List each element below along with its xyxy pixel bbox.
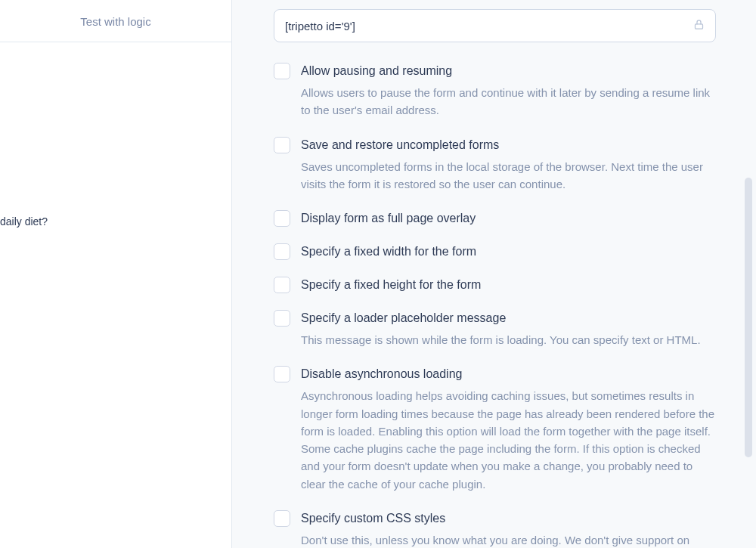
- shortcode-value: [tripetto id='9']: [285, 20, 355, 33]
- svg-rect-0: [696, 24, 703, 29]
- option-title[interactable]: Specify a loader placeholder message: [301, 309, 716, 327]
- left-sidebar: Test with logic daily diet?: [0, 0, 232, 548]
- option-loader-placeholder: Specify a loader placeholder message Thi…: [274, 309, 716, 348]
- option-allow-pausing: Allow pausing and resuming Allows users …: [274, 62, 716, 119]
- checkbox-allow-pausing[interactable]: [274, 63, 290, 79]
- option-custom-css: Specify custom CSS styles Don't use this…: [274, 509, 716, 548]
- option-title[interactable]: Specify custom CSS styles: [301, 509, 716, 528]
- checkbox-full-page-overlay[interactable]: [274, 210, 290, 227]
- option-save-restore: Save and restore uncompleted forms Saves…: [274, 136, 716, 194]
- option-fixed-width: Specify a fixed width for the form: [274, 243, 716, 261]
- option-title[interactable]: Specify a fixed height for the form: [301, 276, 716, 294]
- checkbox-save-restore[interactable]: [274, 137, 290, 153]
- option-title[interactable]: Specify a fixed width for the form: [301, 243, 716, 261]
- settings-content: [tripetto id='9'] Allow pausing and resu…: [274, 0, 716, 548]
- checkbox-custom-css[interactable]: [274, 510, 290, 527]
- checkbox-disable-async[interactable]: [274, 366, 290, 382]
- lock-icon: [693, 18, 705, 33]
- option-desc: Don't use this, unless you know what you…: [301, 531, 716, 548]
- option-fixed-height: Specify a fixed height for the form: [274, 276, 716, 294]
- option-disable-async: Disable asynchronous loading Asynchronou…: [274, 365, 716, 493]
- option-title[interactable]: Disable asynchronous loading: [301, 365, 716, 383]
- option-title[interactable]: Display form as full page overlay: [301, 209, 716, 228]
- option-desc: Asynchronous loading helps avoiding cach…: [301, 387, 716, 493]
- checkbox-fixed-height[interactable]: [274, 277, 290, 293]
- option-title[interactable]: Allow pausing and resuming: [301, 62, 716, 80]
- option-title[interactable]: Save and restore uncompleted forms: [301, 136, 716, 154]
- checkbox-fixed-width[interactable]: [274, 243, 290, 260]
- test-with-logic-link[interactable]: Test with logic: [0, 0, 231, 42]
- main-panel: [tripetto id='9'] Allow pausing and resu…: [232, 0, 756, 548]
- question-fragment: daily diet?: [0, 215, 48, 228]
- option-desc: This message is shown while the form is …: [301, 331, 716, 348]
- scrollbar-thumb[interactable]: [745, 178, 752, 457]
- checkbox-loader-placeholder[interactable]: [274, 310, 290, 327]
- option-full-page-overlay: Display form as full page overlay: [274, 209, 716, 228]
- option-desc: Saves uncompleted forms in the local sto…: [301, 158, 716, 194]
- shortcode-field[interactable]: [tripetto id='9']: [274, 9, 716, 42]
- option-desc: Allows users to pause the form and conti…: [301, 84, 716, 119]
